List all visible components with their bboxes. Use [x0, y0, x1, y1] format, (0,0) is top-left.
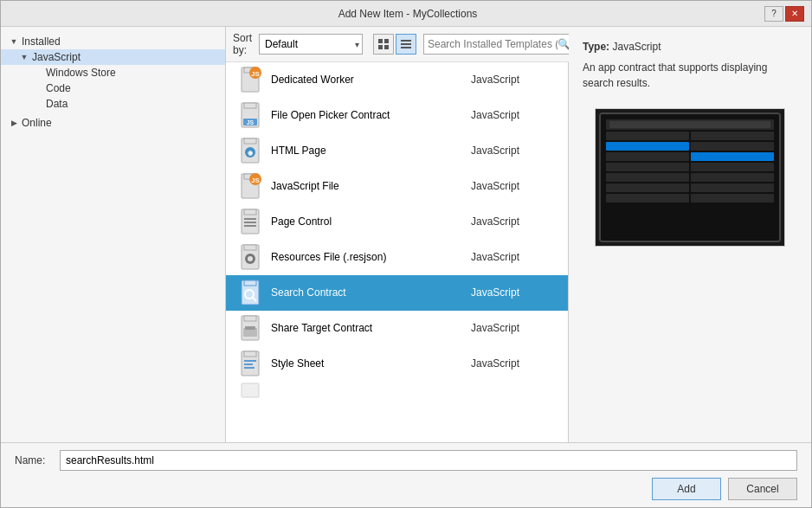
- file-name-style-sheet: Style Sheet: [271, 357, 471, 370]
- sidebar-item-code[interactable]: ▶ Code: [1, 80, 225, 96]
- svg-rect-45: [242, 383, 259, 397]
- svg-rect-33: [244, 280, 256, 286]
- preview-row-r7: [691, 194, 774, 203]
- preview-row-r6: [691, 183, 774, 192]
- file-name-javascript-file: JavaScript File: [271, 180, 471, 192]
- svg-point-31: [248, 256, 253, 261]
- preview-row-r5: [691, 173, 774, 182]
- file-icon-more: [236, 382, 264, 399]
- file-name-dedicated-worker: Dedicated Worker: [271, 74, 471, 86]
- file-item-more[interactable]: [226, 382, 568, 399]
- svg-rect-0: [378, 39, 383, 43]
- list-view-button[interactable]: [396, 34, 416, 55]
- list-icon: [400, 38, 412, 50]
- cancel-button[interactable]: Cancel: [728, 478, 797, 500]
- preview-row-r4: [691, 163, 774, 171]
- svg-rect-1: [384, 39, 389, 43]
- view-buttons: [373, 34, 416, 55]
- gear-file-icon: [236, 243, 264, 271]
- svg-rect-42: [244, 360, 256, 362]
- preview-search-bar: [609, 121, 770, 128]
- file-type-style-sheet: JavaScript: [471, 357, 557, 370]
- file-item-share-target[interactable]: Share Target Contract JavaScript: [226, 311, 568, 346]
- svg-text:JS: JS: [251, 70, 260, 78]
- file-type-page-control: JavaScript: [471, 215, 557, 228]
- sidebar-label-data: Data: [46, 98, 68, 110]
- share-icon: [236, 314, 264, 342]
- svg-rect-3: [384, 45, 389, 49]
- bottom-area: Name: Add Cancel: [1, 442, 811, 507]
- search-input[interactable]: [428, 38, 557, 50]
- file-name-page-control: Page Control: [271, 215, 471, 228]
- file-item-dedicated-worker[interactable]: JS Dedicated Worker JavaScript: [226, 62, 568, 98]
- file-item-search-contract[interactable]: Search Contract JavaScript: [226, 275, 568, 311]
- svg-rect-41: [244, 351, 256, 357]
- more-icon: [236, 382, 264, 399]
- sort-select-wrap: Default: [259, 34, 363, 55]
- sort-label: Sort by:: [233, 32, 252, 56]
- file-icon-html-page: ◉: [236, 137, 264, 164]
- page-control-icon: [236, 208, 264, 235]
- preview-row-1: [606, 132, 689, 140]
- add-button[interactable]: Add: [652, 478, 721, 500]
- file-item-html-page[interactable]: ◉ HTML Page JavaScript: [226, 133, 568, 169]
- file-name-file-open-picker: File Open Picker Contract: [271, 109, 471, 121]
- sort-select[interactable]: Default: [259, 34, 363, 55]
- name-input[interactable]: [60, 450, 797, 471]
- svg-rect-43: [244, 363, 253, 365]
- sidebar-item-windowsstore[interactable]: ▶ Windows Store: [1, 65, 225, 80]
- center-panel: Sort by: Default: [226, 27, 569, 442]
- svg-rect-29: [244, 245, 256, 250]
- file-type-html-page: JavaScript: [471, 145, 557, 157]
- file-item-resources-file[interactable]: Resources File (.resjson) JavaScript: [226, 240, 568, 275]
- svg-rect-39: [245, 326, 255, 330]
- type-value: JavaScript: [612, 41, 661, 53]
- file-icon-share-target: [236, 314, 264, 342]
- preview-rows: [606, 132, 774, 235]
- preview-image: [595, 108, 785, 247]
- file-icon-dedicated-worker: JS: [236, 66, 264, 93]
- sidebar-label-windowsstore: Windows Store: [46, 67, 116, 79]
- file-item-javascript-file[interactable]: JS JavaScript File JavaScript: [226, 169, 568, 204]
- name-row: Name:: [15, 450, 797, 471]
- dialog-window: Add New Item - MyCollections ? ✕ ▼ Insta…: [0, 0, 812, 508]
- sidebar-item-online[interactable]: ▶ Online: [1, 115, 225, 131]
- file-list[interactable]: JS Dedicated Worker JavaScript JS: [226, 62, 569, 442]
- dialog-title: Add New Item - MyCollections: [51, 8, 764, 20]
- svg-text:◉: ◉: [248, 150, 253, 156]
- file-type-share-target: JavaScript: [471, 322, 557, 334]
- sidebar-label-installed: Installed: [22, 35, 61, 48]
- grid-icon: [377, 38, 390, 50]
- file-name-html-page: HTML Page: [271, 145, 471, 157]
- search-icon[interactable]: 🔍: [557, 38, 569, 50]
- sidebar-item-data[interactable]: ▶ Data: [1, 96, 225, 112]
- toolbar: Sort by: Default: [226, 27, 569, 62]
- close-button[interactable]: ✕: [785, 6, 804, 22]
- file-item-style-sheet[interactable]: Style Sheet JavaScript: [226, 346, 568, 382]
- main-content: ▼ Installed ▼ JavaScript ▶ Windows Store…: [1, 27, 811, 442]
- grid-view-button[interactable]: [373, 34, 394, 55]
- worker-icon: JS: [236, 66, 264, 93]
- sidebar-label-code: Code: [46, 82, 71, 94]
- svg-rect-24: [244, 209, 256, 215]
- file-icon-resources-file: [236, 243, 264, 271]
- preview-col-left: [606, 132, 689, 235]
- preview-row-r2: [691, 142, 774, 151]
- file-icon-style-sheet: [236, 350, 264, 377]
- file-item-file-open-picker[interactable]: JS File Open Picker Contract JavaScript: [226, 98, 568, 133]
- svg-rect-26: [244, 222, 256, 223]
- file-type-resources-file: JavaScript: [471, 251, 557, 263]
- help-button[interactable]: ?: [764, 6, 783, 22]
- file-item-page-control[interactable]: Page Control JavaScript: [226, 204, 568, 240]
- sidebar-item-installed[interactable]: ▼ Installed: [1, 34, 225, 49]
- html-icon: ◉: [236, 137, 264, 164]
- sidebar-item-javascript[interactable]: ▼ JavaScript: [1, 49, 225, 65]
- right-panel: Type: JavaScript An app contract that su…: [569, 27, 811, 442]
- js-file-icon: JS: [236, 172, 264, 200]
- preview-row-3: [606, 152, 689, 161]
- file-type-javascript-file: JavaScript: [471, 180, 557, 192]
- sidebar-label-online: Online: [22, 117, 52, 129]
- svg-rect-27: [244, 225, 256, 227]
- preview-row-4: [606, 163, 689, 171]
- preview-col-right: [691, 132, 774, 235]
